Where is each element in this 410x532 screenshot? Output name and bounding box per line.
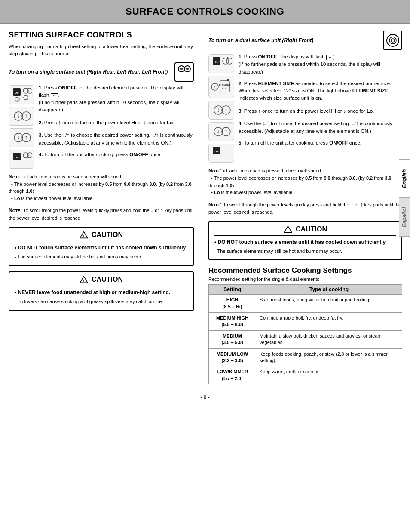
side-tabs: English Español (399, 159, 410, 237)
step2: 2. Press ↑ once to turn on the power lev… (39, 118, 194, 127)
table-row: HIGH(8.5 – Hi)Start most foods, bring wa… (209, 295, 402, 313)
svg-point-2 (180, 68, 183, 70)
svg-text:!: ! (83, 278, 84, 283)
caution1-main-warning: • DO NOT touch surface elements until it… (15, 244, 188, 252)
svg-text:!: ! (287, 228, 288, 232)
r-step2: 2. Press ELEMENT SIZE as needed to selec… (239, 80, 402, 102)
table-cell-cooking: Keep foods cooking, poach, or stew (2.8 … (256, 348, 402, 366)
step4-icon: ON (9, 150, 34, 169)
r-step4-icon: ↓ ↑ (208, 122, 234, 141)
table-cell-setting: MEDIUM LOW(2.2 – 3.0) (209, 348, 256, 366)
svg-point-3 (186, 68, 189, 70)
page-container: SURFACE CONTROLS COOKING SETTING SURFACE… (0, 0, 410, 532)
steps-col: 1. Press ON/OFF for the desired element … (39, 84, 194, 169)
svg-text:↓: ↓ (217, 128, 220, 135)
r-step3: 3. Press ↑ once to turn on the power lev… (239, 107, 402, 115)
caution2-header: ! CAUTION (15, 276, 188, 286)
svg-point-29 (389, 37, 396, 44)
table-row: LOW/SIMMER(Lo – 2.0)Keep warm, melt, or … (209, 366, 402, 384)
intro-text: When changing from a high heat setting t… (9, 43, 194, 58)
right-icons-col: ON ↑ ELEMENT (208, 53, 239, 163)
espanol-tab[interactable]: Español (399, 198, 410, 237)
svg-text:↓: ↓ (217, 106, 220, 113)
cooking-table: Setting Type of cooking HIGH(8.5 – Hi)St… (208, 284, 402, 384)
caution1-body: • DO NOT touch surface elements until it… (15, 244, 188, 261)
note1-left: NOTE: • Each time a pad is pressed a bee… (9, 173, 194, 202)
svg-text:↑: ↑ (225, 106, 228, 113)
right-caution-main: • DO NOT touch surface elements until it… (214, 238, 396, 246)
svg-text:↓: ↓ (17, 98, 18, 101)
svg-text:ON: ON (15, 156, 19, 159)
caution2-triangle-icon: ! (80, 276, 88, 283)
table-cell-cooking: Continue a rapid boil, fry, or deep fat … (256, 313, 402, 331)
left-column: SETTING SURFACE CONTROLS When changing f… (0, 24, 202, 391)
table-cell-cooking: Keep warm, melt, or simmer. (256, 366, 402, 384)
table-cell-cooking: Start most foods, bring water to a boil … (256, 295, 402, 313)
burner-svg (177, 64, 192, 80)
svg-rect-38 (220, 81, 229, 92)
r-step1: 1. Press ON/OFF. The display will flash … (239, 53, 402, 76)
table-row: MEDIUM HIGH(5.5 – 8.0)Continue a rapid b… (209, 313, 402, 331)
dual-surface-label: To turn on a dual surface unit (Right Fr… (208, 31, 402, 50)
note2-left: NOTE: To scroll through the power levels… (9, 206, 194, 221)
svg-point-41 (227, 79, 229, 81)
svg-text:↓: ↓ (17, 134, 20, 141)
svg-point-34 (226, 58, 232, 64)
svg-text:!: ! (83, 234, 84, 238)
caution2-title: CAUTION (92, 276, 123, 283)
caution1-title: CAUTION (92, 231, 123, 239)
page-number: - 9 - (0, 391, 410, 404)
right-caution-triangle-icon: ! (284, 225, 292, 233)
page-title-bar: SURFACE CONTROLS COOKING (0, 0, 410, 24)
section-heading: SETTING SURFACE CONTROLS (9, 31, 194, 40)
svg-text:↑: ↑ (25, 112, 28, 119)
table-header-cooking: Type of cooking (256, 285, 402, 295)
single-surface-label: To turn on a single surface unit (Right … (9, 62, 194, 82)
svg-point-23 (27, 153, 32, 158)
step1-icon: ON ↑ ↓ (9, 85, 34, 104)
table-cell-setting: MEDIUM HIGH(5.5 – 8.0) (209, 313, 256, 331)
step2-icon: ↓ ↑ (9, 107, 34, 126)
right-column: To turn on a dual surface unit (Right Fr… (202, 24, 410, 391)
single-surface-text: To turn on a single surface unit (Right … (9, 69, 170, 75)
rec-heading: Recommended Surface Cooking Settings (208, 266, 402, 275)
step3-icon: ↓ ↑ (9, 128, 34, 147)
svg-text:↑: ↑ (25, 97, 27, 99)
r-step5-icon: ON (208, 144, 234, 163)
icons-col: ON ↑ ↓ ↓ (9, 84, 39, 169)
right-caution-body: • DO NOT touch surface elements until it… (214, 238, 396, 255)
right-caution-title: CAUTION (296, 225, 327, 233)
rec-intro: Recommended setting for the single & dua… (208, 277, 402, 282)
caution1-triangle-icon: ! (80, 231, 88, 239)
table-row: MEDIUM(3.5 – 5.0)Maintain a slow boil, t… (209, 330, 402, 348)
svg-text:ON: ON (215, 61, 219, 63)
right-caution-sub: - The surface elements may still be hot … (214, 248, 396, 255)
table-row: MEDIUM LOW(2.2 – 3.0)Keep foods cooking,… (209, 348, 402, 366)
steps-with-icons: ON ↑ ↓ ↓ (9, 84, 194, 169)
english-tab[interactable]: English (399, 159, 410, 198)
dual-burner-icon (383, 31, 402, 50)
table-cell-setting: HIGH(8.5 – Hi) (209, 295, 256, 313)
r-step4: 4. Use the ↓/↑ to choose the desired pow… (239, 119, 402, 135)
caution1-sub-warning: - The surface elements may still be hot … (15, 253, 188, 261)
svg-text:SIZE: SIZE (222, 87, 228, 90)
r-step2-icon: ↑ ELEMENT SIZE (208, 76, 234, 98)
svg-text:↑: ↑ (25, 134, 28, 141)
caution2-sub-warning: - Boilovers can cause smoking and greasy… (15, 298, 188, 306)
svg-text:ON: ON (215, 150, 219, 153)
dual-surface-text: To turn on a dual surface unit (Right Fr… (208, 37, 379, 43)
svg-text:↑: ↑ (214, 85, 216, 89)
caution1-box: ! CAUTION • DO NOT touch surface element… (9, 227, 194, 266)
page-title: SURFACE CONTROLS COOKING (4, 6, 406, 17)
caution2-body: • NEVER leave food unattended at high or… (15, 289, 188, 306)
r-step1-icon: ON (208, 54, 234, 73)
right-steps-col: 1. Press ON/OFF. The display will flash … (239, 53, 402, 163)
caution2-box: ! CAUTION • NEVER leave food unattended … (9, 271, 194, 311)
caution2-main-warning: • NEVER leave food unattended at high or… (15, 289, 188, 297)
svg-text:ELEMENT: ELEMENT (219, 84, 231, 86)
svg-text:ON: ON (15, 92, 19, 94)
step1: 1. Press ON/OFF for the desired element … (39, 84, 194, 114)
table-cell-setting: LOW/SIMMER(Lo – 2.0) (209, 366, 256, 384)
svg-text:↓: ↓ (17, 112, 20, 119)
table-header-setting: Setting (209, 285, 256, 295)
